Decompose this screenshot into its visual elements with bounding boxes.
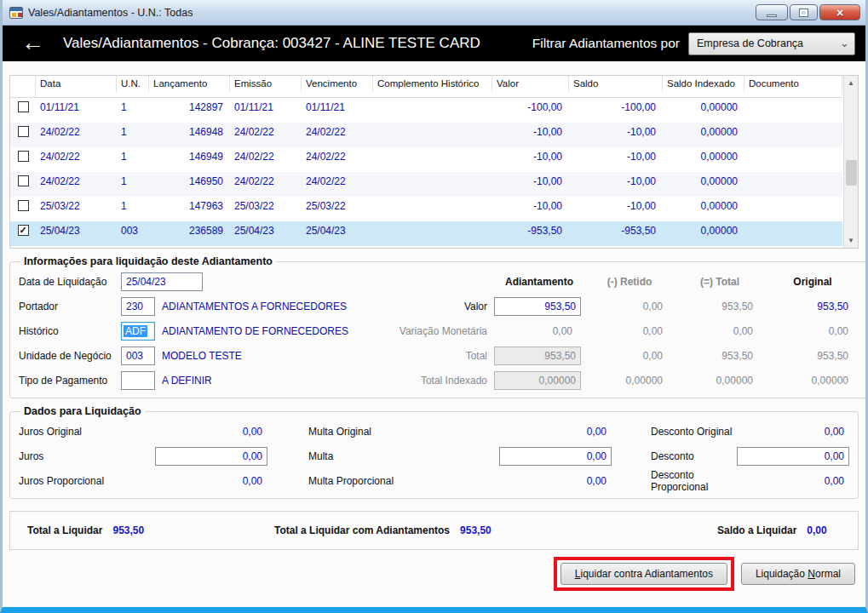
column-header-valor[interactable]: Valor	[492, 76, 569, 92]
cell-saldo: -10,00	[569, 200, 663, 212]
liquidacao-normal-button[interactable]: Liquidação Normal	[741, 563, 855, 585]
column-header-documento[interactable]: Documento	[744, 76, 842, 92]
liquidation-label: Desconto Proporcional	[651, 469, 737, 493]
liquidation-value: 0,00	[499, 426, 612, 438]
liquidation-label: Juros Proporcional	[19, 475, 155, 487]
matrix-cell: 0,00	[765, 325, 860, 337]
maximize-icon	[800, 9, 808, 16]
matrix-row-total-indexado: Total Indexado0,000000,000000,00000	[390, 368, 860, 392]
table-row[interactable]: 25/03/22114796325/03/2225/03/22-10,00-10…	[10, 197, 842, 221]
column-header-u-n[interactable]: U.N.	[117, 76, 149, 92]
filter-dropdown[interactable]: Empresa de Cobrança ⌄	[688, 32, 855, 55]
liquidation-value: 0,00	[737, 475, 849, 487]
column-header-complemento-historico[interactable]: Complemento Histórico	[373, 76, 492, 92]
matrix-cell: 0,00	[494, 325, 584, 337]
column-header-filler	[10, 92, 36, 98]
column-header-data[interactable]: Data	[36, 76, 117, 92]
portador-input[interactable]	[121, 297, 155, 316]
liquidation-row: Juros Proporcional0,00Multa Proporcional…	[19, 468, 849, 493]
row-checkbox[interactable]	[18, 126, 29, 137]
tipo-de-pagamento-input[interactable]	[121, 371, 155, 390]
cell-data: 24/02/22	[36, 151, 117, 163]
cell-u-n: 1	[117, 126, 149, 138]
data-de-liquidacao-input[interactable]	[121, 272, 203, 291]
group-multa-original: Multa Original0,00	[308, 426, 612, 438]
matrix-cell: 0,00	[584, 301, 675, 312]
total-a-liquidar-value: 953,50	[112, 524, 144, 536]
historico-input[interactable]: ADF	[121, 322, 155, 341]
unidade-de-negocio-input[interactable]	[121, 347, 155, 365]
liquidation-value: 0,00	[155, 475, 267, 487]
cell-vencimento: 25/03/22	[302, 200, 373, 212]
column-header-saldo-indexado[interactable]: Saldo Indexado	[663, 76, 744, 92]
liquidation-label: Juros Original	[19, 426, 155, 438]
valor-input[interactable]	[494, 297, 581, 316]
column-header-saldo[interactable]: Saldo	[569, 76, 663, 92]
maximize-button[interactable]	[790, 4, 818, 20]
total-a-liquidar: Total a Liquidar 953,50	[19, 524, 274, 536]
cell-emissao: 25/04/23	[230, 225, 302, 237]
row-checkbox[interactable]	[18, 101, 29, 112]
app-window: Vales/Adiantamentos - U.N.: Todas × ← Va…	[0, 0, 868, 613]
field-row-tipo-de-pagamento: Tipo de PagamentoA DEFINIR	[19, 368, 390, 392]
values-matrix: Adiantamento(-) Retido(=) TotalOriginal …	[390, 269, 860, 392]
table-row[interactable]: 24/02/22114694924/02/2224/02/22-10,00-10…	[10, 147, 842, 172]
matrix-row-label: Total	[390, 350, 494, 362]
multa-input[interactable]	[499, 447, 612, 466]
field-label: Tipo de Pagamento	[19, 375, 121, 387]
cell-valor: -10,00	[492, 175, 569, 187]
column-header-vencimento[interactable]: Vencimento	[302, 76, 373, 92]
scrollbar-track[interactable]	[844, 90, 859, 233]
table-row[interactable]: 24/02/22114694824/02/2224/02/22-10,00-10…	[10, 123, 842, 147]
table-row[interactable]: 01/11/21114289701/11/2101/11/21-100,00-1…	[10, 98, 842, 123]
matrix-cell: 953,50	[675, 350, 765, 362]
row-checkbox-checked[interactable]: ✓	[18, 225, 29, 236]
cell-u-n: 003	[117, 225, 149, 237]
cell-u-n: 1	[117, 101, 149, 113]
window-controls: ×	[754, 4, 860, 20]
cell-emissao: 01/11/21	[230, 101, 302, 113]
cell-saldo-indexado: 0,00000	[663, 175, 744, 187]
cell-emissao: 24/02/22	[230, 151, 302, 163]
field-row-data-de-liquidacao: Data de Liquidação	[19, 269, 390, 294]
cell-valor: -10,00	[492, 126, 569, 138]
table-row[interactable]: ✓25/04/2300323658925/04/2325/04/23-953,5…	[10, 221, 842, 246]
juros-input[interactable]	[155, 447, 267, 466]
scrollbar-thumb[interactable]	[846, 160, 857, 186]
red-highlight-annotation: Liquidar contra Adiantamentos	[554, 557, 734, 591]
row-checkbox-cell: ✓	[10, 225, 36, 236]
saldo-a-liquidar-label: Saldo a Liquidar	[717, 524, 796, 536]
scroll-up-icon[interactable]: ▲	[844, 76, 859, 90]
scroll-down-icon[interactable]: ▼	[844, 233, 859, 248]
column-header-checkbox	[10, 76, 36, 92]
back-arrow-icon[interactable]: ←	[21, 32, 44, 54]
field-row-portador: PortadorADIANTAMENTOS A FORNECEDORES	[19, 294, 390, 318]
vertical-scrollbar[interactable]: ▲ ▼	[843, 76, 858, 248]
liquidar-contra-adiantamentos-button[interactable]: Liquidar contra Adiantamentos	[560, 563, 727, 585]
row-checkbox-cell	[10, 175, 36, 186]
row-checkbox[interactable]	[18, 151, 29, 162]
cell-data: 25/03/22	[36, 200, 117, 212]
cell-lancamento: 146948	[149, 126, 230, 138]
desconto-input[interactable]	[737, 447, 849, 466]
window-title: Vales/Adiantamentos - U.N.: Todas	[28, 7, 193, 19]
total-a-liquidar-label: Total a Liquidar	[27, 524, 102, 536]
cell-vencimento: 01/11/21	[302, 101, 373, 113]
close-button[interactable]: ×	[819, 4, 860, 20]
cell-saldo: -953,50	[569, 225, 663, 237]
cell-u-n: 1	[117, 151, 149, 163]
matrix-row-variacao-monetaria: Variação Monetária0,000,000,000,00	[390, 318, 860, 343]
row-checkbox[interactable]	[18, 200, 29, 211]
column-header-lancamento[interactable]: Lançamento	[149, 76, 230, 92]
matrix-cell: 953,50	[765, 301, 860, 312]
app-icon	[9, 7, 23, 19]
column-header-emissao[interactable]: Emissão	[230, 76, 302, 92]
cell-valor: -10,00	[492, 151, 569, 163]
minimize-button[interactable]	[756, 4, 788, 20]
liquidation-label: Juros	[19, 450, 155, 462]
total-indexado-input	[494, 371, 581, 390]
row-checkbox[interactable]	[18, 175, 29, 186]
field-description: ADIANTAMENTOS A FORNECEDORES	[162, 301, 347, 312]
table-row[interactable]: 24/02/22114695024/02/2224/02/22-10,00-10…	[10, 172, 842, 197]
liquidation-section: Dados para Liquidação Juros Original0,00…	[9, 405, 859, 499]
